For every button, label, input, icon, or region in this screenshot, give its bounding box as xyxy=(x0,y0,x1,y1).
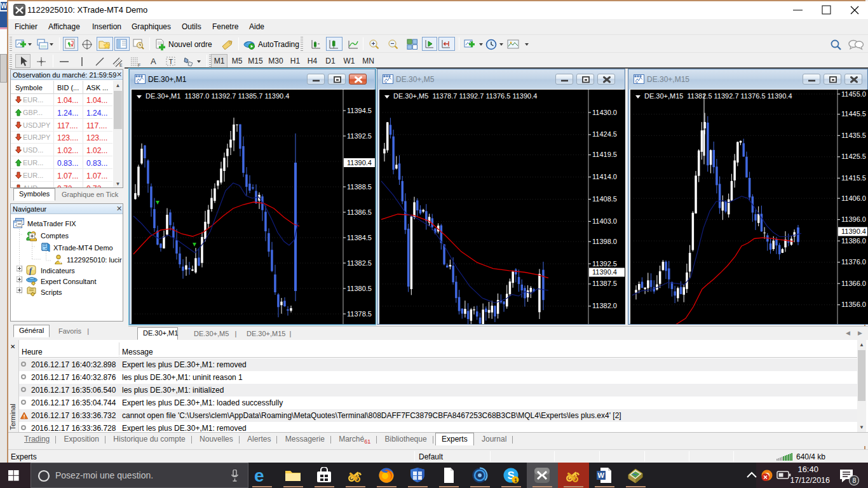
svg-text:11408.5: 11408.5 xyxy=(592,195,617,203)
svg-text:e: e xyxy=(254,467,264,484)
svg-text:11387.5: 11387.5 xyxy=(592,280,617,287)
svg-text:11403.0: 11403.0 xyxy=(592,217,617,225)
svg-text:11424.5: 11424.5 xyxy=(592,130,617,138)
svg-text:F: F xyxy=(138,63,140,67)
svg-text:11386.0: 11386.0 xyxy=(841,237,866,245)
svg-text:11419.5: 11419.5 xyxy=(592,151,617,158)
svg-text:11392.5: 11392.5 xyxy=(592,260,617,268)
svg-text:11425.5: 11425.5 xyxy=(841,152,866,160)
svg-text:DE.30+,M5 11378.7 11392.7 113: DE.30+,M5 11378.7 11392.7 11376.5 11390.… xyxy=(393,92,537,100)
svg-text:11394.5: 11394.5 xyxy=(347,107,372,114)
svg-text:w: w xyxy=(384,80,387,84)
svg-text:11376.0: 11376.0 xyxy=(841,258,866,266)
svg-text:DE.30+,M15 11382.5 11392.7 11: DE.30+,M15 11382.5 11392.7 11376.5 11390… xyxy=(644,92,792,100)
svg-text:11396.0: 11396.0 xyxy=(841,215,866,223)
svg-text:11390.4: 11390.4 xyxy=(592,268,617,276)
svg-text:11388.5: 11388.5 xyxy=(347,183,372,191)
svg-text:T: T xyxy=(169,58,173,65)
svg-text:11435.5: 11435.5 xyxy=(841,132,866,139)
svg-text:11382.0: 11382.0 xyxy=(592,302,617,309)
svg-text:11392.5: 11392.5 xyxy=(347,132,372,140)
svg-text:11380.5: 11380.5 xyxy=(347,285,372,292)
svg-text:w: w xyxy=(136,80,139,84)
svg-text:11406.0: 11406.0 xyxy=(841,194,866,202)
svg-text:11382.5: 11382.5 xyxy=(347,259,372,267)
svg-text:DE.30+,M1 11387.0 11392.7 113: DE.30+,M1 11387.0 11392.7 11385.7 11390.… xyxy=(146,92,289,100)
svg-text:11430.0: 11430.0 xyxy=(592,109,617,116)
svg-text:11378.5: 11378.5 xyxy=(347,310,372,318)
svg-text:w: w xyxy=(635,80,638,84)
svg-text:11366.0: 11366.0 xyxy=(841,280,866,287)
svg-text:11398.0: 11398.0 xyxy=(592,238,617,245)
svg-text:11390.4: 11390.4 xyxy=(347,159,372,166)
svg-text:8: 8 xyxy=(853,477,857,484)
svg-text:11414.0: 11414.0 xyxy=(592,173,617,180)
svg-text:11356.0: 11356.0 xyxy=(841,301,866,308)
svg-text:11386.5: 11386.5 xyxy=(347,208,372,216)
svg-text:11415.5: 11415.5 xyxy=(841,174,866,182)
svg-text:W: W xyxy=(598,471,605,479)
svg-text:11445.5: 11445.5 xyxy=(841,110,866,118)
svg-text:11384.5: 11384.5 xyxy=(347,234,372,241)
svg-text:E: E xyxy=(119,63,123,67)
svg-text:11455.0: 11455.0 xyxy=(841,90,866,98)
svg-text:1: 1 xyxy=(514,477,517,484)
svg-text:11390.4: 11390.4 xyxy=(841,227,866,235)
